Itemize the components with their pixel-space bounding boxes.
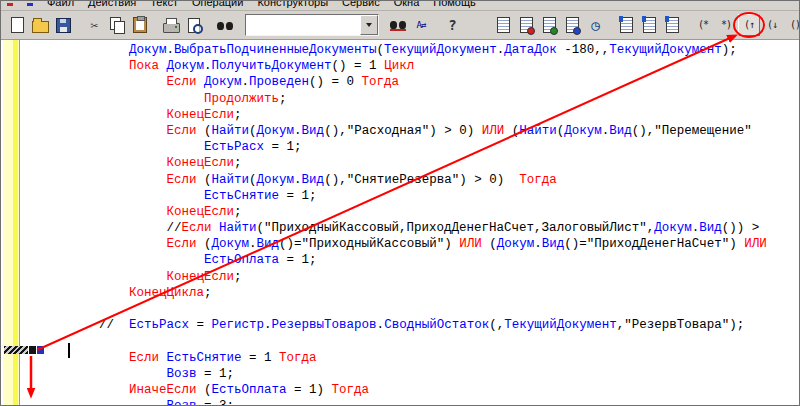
syntax-check-button[interactable] bbox=[538, 14, 560, 36]
toolbar-group-3 bbox=[214, 14, 237, 36]
menu-item-3[interactable]: Операции bbox=[192, 1, 243, 8]
code-line-15[interactable]: КонецЕсли; bbox=[99, 269, 799, 285]
save-button[interactable] bbox=[52, 14, 74, 36]
stopwatch-icon: ◷ bbox=[591, 18, 598, 32]
code-line-12[interactable]: //Если Найти("ПриходныйКассовый,ПриходДе… bbox=[99, 220, 799, 236]
procedure-marker bbox=[4, 346, 44, 354]
prev-procedure-icon: (↑ bbox=[744, 20, 754, 30]
black-square-icon bbox=[29, 346, 36, 354]
code-text: Докум.ВыбратьПодчиненныеДокументы(Текущи… bbox=[21, 40, 799, 405]
format-module-icon bbox=[566, 17, 579, 33]
code-line-4[interactable]: Продолжить; bbox=[99, 91, 799, 107]
new-icon bbox=[11, 17, 24, 33]
code-line-11[interactable]: КонецЕсли; bbox=[99, 204, 799, 220]
replace-button[interactable]: А⇄ bbox=[410, 14, 432, 36]
print-preview-button[interactable] bbox=[183, 14, 205, 36]
menu-bar: ФайлДействияТекстОперацииКонструкторыСер… bbox=[1, 1, 799, 11]
code-line-8[interactable]: КонецЕсли; bbox=[99, 155, 799, 171]
hatch-marker-icon bbox=[4, 346, 28, 354]
replace-icon: А⇄ bbox=[417, 21, 426, 30]
code-editor: Докум.ВыбратьПодчиненныеДокументы(Текущи… bbox=[1, 40, 799, 405]
paste-icon bbox=[133, 17, 147, 33]
bookmark-prev-icon bbox=[666, 17, 679, 33]
code-line-2[interactable]: Пока Докум.ПолучитьДокумент() = 1 Цикл bbox=[99, 58, 799, 74]
code-line-9[interactable]: Если (Найти(Докум.Вид(),"СнятиеРезерва")… bbox=[99, 172, 799, 188]
print-button[interactable] bbox=[160, 14, 182, 36]
goto-line-icon bbox=[520, 17, 533, 33]
code-line-20[interactable]: Если ЕстьСнятие = 1 Тогда bbox=[99, 350, 799, 366]
code-line-7[interactable]: ЕстьРасх = 1; bbox=[99, 139, 799, 155]
procedures-functions-icon bbox=[497, 17, 510, 33]
code-line-19[interactable] bbox=[99, 333, 799, 349]
text-caret bbox=[68, 343, 70, 358]
menu-deco-red-icon bbox=[7, 3, 13, 6]
bookmark-toggle-button[interactable] bbox=[615, 14, 637, 36]
find-next-button[interactable] bbox=[387, 14, 409, 36]
toolbar-group-8 bbox=[615, 14, 684, 36]
code-line-5[interactable]: КонецЕсли; bbox=[99, 107, 799, 123]
code-line-10[interactable]: ЕстьСнятие = 1; bbox=[99, 188, 799, 204]
help-icon: ? bbox=[448, 18, 455, 32]
bookmark-next-button[interactable] bbox=[638, 14, 660, 36]
find-text-combobox[interactable] bbox=[245, 14, 379, 36]
prev-procedure-button[interactable]: (↑ bbox=[738, 14, 760, 36]
menu-item-4[interactable]: Конструкторы bbox=[257, 1, 328, 8]
paste-button[interactable] bbox=[129, 14, 151, 36]
code-line-21[interactable]: Возв = 1; bbox=[99, 366, 799, 382]
cut-icon: ✂ bbox=[91, 19, 98, 32]
toolbar: ✂А⇄?◷(**)(↑(↓() bbox=[1, 11, 799, 40]
copy-icon bbox=[110, 17, 121, 30]
procedures-functions-button[interactable] bbox=[492, 14, 514, 36]
toolbar-group-0 bbox=[6, 14, 75, 36]
goto-line-button[interactable] bbox=[515, 14, 537, 36]
open-icon bbox=[32, 21, 49, 33]
format-module-button[interactable] bbox=[561, 14, 583, 36]
copy-button[interactable] bbox=[106, 14, 128, 36]
comment-add-button[interactable]: (* bbox=[692, 14, 714, 36]
menu-item-1[interactable]: Действия bbox=[88, 1, 136, 8]
bookmark-toggle-icon bbox=[620, 17, 633, 33]
find-button[interactable] bbox=[214, 14, 236, 36]
code-line-14[interactable]: ЕстьОплата = 1; bbox=[99, 252, 799, 268]
find-next-icon bbox=[390, 20, 406, 31]
stopwatch-button[interactable]: ◷ bbox=[584, 14, 606, 36]
print-preview-icon bbox=[188, 18, 200, 33]
code-line-17[interactable] bbox=[99, 301, 799, 317]
print-icon bbox=[163, 23, 180, 33]
menu-item-2[interactable]: Текст bbox=[150, 1, 178, 8]
comment-remove-button[interactable]: *) bbox=[715, 14, 737, 36]
bookmark-prev-button[interactable] bbox=[661, 14, 683, 36]
chevron-down-icon bbox=[366, 23, 372, 27]
code-line-1[interactable]: Докум.ВыбратьПодчиненныеДокументы(Текущи… bbox=[99, 42, 799, 58]
cut-button[interactable]: ✂ bbox=[83, 14, 105, 36]
menu-item-0[interactable]: Файл bbox=[47, 1, 74, 8]
code-line-3[interactable]: Если Докум.Проведен() = 0 Тогда bbox=[99, 74, 799, 90]
code-line-16[interactable]: КонецЦикла; bbox=[99, 285, 799, 301]
open-button[interactable] bbox=[29, 14, 51, 36]
toolbar-group-1: ✂ bbox=[83, 14, 152, 36]
syntax-check-icon bbox=[543, 17, 556, 33]
menu-item-5[interactable]: Сервис bbox=[342, 1, 380, 8]
comment-remove-icon: *) bbox=[721, 20, 731, 30]
new-button[interactable] bbox=[6, 14, 28, 36]
toolbar-group-7: ◷ bbox=[492, 14, 607, 36]
blue-square-icon bbox=[37, 346, 44, 354]
help-button[interactable]: ? bbox=[441, 14, 463, 36]
code-line-6[interactable]: Если (Найти(Докум.Вид(),"Расходная") > 0… bbox=[99, 123, 799, 139]
combobox-dropdown-button[interactable] bbox=[360, 15, 378, 35]
code-line-13[interactable]: Если (Докум.Вид()="ПриходныйКассовый") И… bbox=[99, 236, 799, 252]
code-line-18[interactable]: // ЕстьРасх = Регистр.РезервыТоваров.Сво… bbox=[99, 317, 799, 333]
code-line-22[interactable]: ИначеЕсли (ЕстьОплата = 1) Тогда bbox=[99, 382, 799, 398]
toolbar-group-2 bbox=[160, 14, 206, 36]
menu-item-6[interactable]: Окна bbox=[394, 1, 420, 8]
toolbar-group-4 bbox=[245, 14, 379, 36]
menu-item-7[interactable]: Помощь bbox=[433, 1, 476, 8]
comment-add-icon: (* bbox=[698, 20, 708, 30]
toolbar-group-6: ? bbox=[441, 14, 464, 36]
menu-deco-blue-icon bbox=[27, 3, 33, 6]
code-line-23[interactable]: Возв = 3; bbox=[99, 398, 799, 405]
save-icon bbox=[56, 18, 71, 33]
next-procedure-button[interactable]: (↓ bbox=[761, 14, 783, 36]
procedure-bounds-icon: () bbox=[790, 20, 800, 30]
procedure-bounds-button[interactable]: () bbox=[784, 14, 800, 36]
